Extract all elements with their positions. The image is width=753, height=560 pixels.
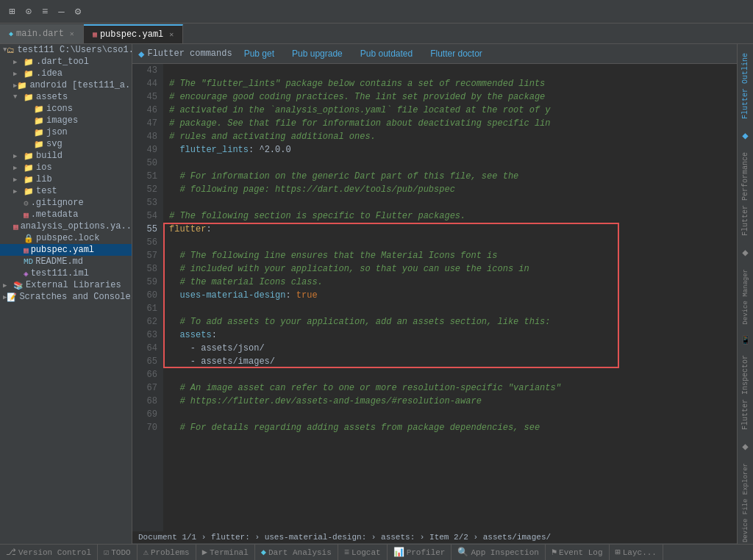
dart-analysis-item[interactable]: ◆ Dart Analysis [255,545,338,560]
folder-icon: 📁 [17,81,27,90]
sidebar-item-lib[interactable]: ▶ 📁 lib [0,173,132,185]
sidebar-item-project[interactable]: ▼ 🗂 test111 C:\Users\cso1... [0,44,132,56]
line-num-49: 49 [132,143,163,157]
problems-icon: ⚠ [143,547,149,558]
tab-pubspec-yaml-close[interactable]: ✕ [169,30,174,39]
line-num-70: 70 [132,421,163,434]
flutter-performance-tab[interactable]: Flutter Performance [740,146,751,242]
flutter-inspector-icon: ◆ [739,437,751,456]
terminal-icon: ▶ [202,547,207,558]
line-num-57: 57 [132,249,163,262]
sidebar-item-android[interactable]: ▶ 📁 android [test111_a... [0,79,132,91]
folder-label: svg [46,139,63,149]
sidebar-item-dart-tool[interactable]: ▶ 📁 .dart_tool [0,56,132,68]
sidebar: ▼ 🗂 test111 C:\Users\cso1... ▶ 📁 .dart_t… [0,44,132,544]
toolbar-icon-list[interactable]: ≡ [39,4,51,19]
tab-main-dart[interactable]: ◆ main.dart ✕ [0,24,84,43]
sidebar-item-svg[interactable]: 📁 svg [0,138,132,150]
code-line-66 [169,368,737,381]
layout-item[interactable]: ⊞ Layc... [610,545,663,560]
layout-label: Layc... [623,548,657,557]
code-line-65: - assets/images/ [169,355,737,368]
event-log-item[interactable]: ⚑ Event Log [546,545,610,560]
yaml-icon: ▦ [24,210,29,220]
status-bar: ⎇ Version Control ☑ TODO ⚠ Problems ▶ Te… [0,544,753,560]
folder-label: json [46,127,68,137]
device-manager-tab[interactable]: Device Manager [740,263,751,331]
toolbar-icon-home[interactable]: ⊞ [6,4,18,19]
flutter-icon: ◆ [138,48,144,60]
line-num-68: 68 [132,395,163,408]
flutter-inspector-tab[interactable]: Flutter Inspector [740,349,751,436]
code-line-61 [169,302,737,315]
line-num-51: 51 [132,170,163,183]
pub-get-button[interactable]: Pub get [238,47,280,60]
sidebar-item-json[interactable]: 📁 json [0,126,132,138]
code-line-45: # encourage good coding practices. The l… [169,90,737,104]
tab-pubspec-yaml-label: pubspec.yaml [100,29,163,40]
breadcrumb: Document 1/1 › flutter: › uses-material-… [132,531,737,544]
file-label: .gitignore [31,198,84,208]
toolbar-icon-nav[interactable]: ⊙ [22,4,34,19]
sidebar-item-analysis[interactable]: ▦ analysis_options.ya... [0,220,132,232]
sidebar-item-readme[interactable]: MD README.md [0,256,132,268]
sidebar-item-scratches[interactable]: ▶ 📝 Scratches and Consoles [0,291,132,303]
line-num-53: 53 [132,196,163,209]
sidebar-item-build[interactable]: ▶ 📁 build [0,150,132,162]
logcat-icon: ≡ [344,548,349,558]
flutter-doctor-button[interactable]: Flutter doctor [424,47,488,60]
sidebar-item-iml[interactable]: ◈ test111.iml [0,268,132,279]
folder-icon: 📁 [24,175,34,184]
code-line-48: # rules and activating additional ones. [169,130,737,143]
sidebar-item-icons[interactable]: 📁 icons [0,103,132,115]
sidebar-item-pubspec-yaml[interactable]: ▦ pubspec.yaml [0,244,132,256]
code-line-60: uses-material-design: true [169,289,737,302]
device-file-explorer-tab[interactable]: Device File Explorer [740,457,751,544]
line-num-43: 43 [132,64,163,77]
code-container: 43 44 45 46 47 48 49 50 51 52 53 54 55 5… [132,64,737,531]
toolbar-icon-settings[interactable]: ⚙ [72,4,84,19]
sidebar-item-assets[interactable]: ▼ 📁 assets [0,91,132,103]
expand-arrow: ▶ [13,164,24,172]
sidebar-item-gitignore[interactable]: ⚙ .gitignore [0,197,132,209]
sidebar-item-ios[interactable]: ▶ 📁 ios [0,162,132,173]
sidebar-item-images[interactable]: 📁 images [0,115,132,126]
line-num-52: 52 [132,183,163,196]
sidebar-item-idea[interactable]: ▶ 📁 .idea [0,68,132,79]
todo-item[interactable]: ☑ TODO [98,545,138,560]
editor[interactable]: 43 44 45 46 47 48 49 50 51 52 53 54 55 5… [132,64,737,531]
file-label: pubspec.yaml [31,245,94,255]
code-line-55: flutter: [169,223,737,236]
pub-outdated-button[interactable]: Pub outdated [354,47,418,60]
tab-main-dart-close[interactable]: ✕ [70,29,74,38]
line-num-60: 60 [132,289,163,302]
line-num-62: 62 [132,315,163,329]
md-icon: MD [24,257,33,266]
code-line-44: # The "flutter_lints" package below cont… [169,77,737,90]
expand-arrow: ▶ [13,58,24,66]
expand-arrow: ▶ [13,187,24,195]
logcat-item[interactable]: ≡ Logcat [338,545,388,560]
main-layout: ▼ 🗂 test111 C:\Users\cso1... ▶ 📁 .dart_t… [0,44,753,544]
tab-pubspec-yaml[interactable]: ▦ pubspec.yaml ✕ [84,24,183,43]
flutter-outline-tab[interactable]: Flutter Outline [740,47,751,125]
line-num-55: 55 [132,223,163,236]
profiler-item[interactable]: 📊 Profiler [388,545,452,560]
folder-icon: 📁 [34,128,44,137]
right-panel: Flutter Outline ◆ Flutter Performance ◆ … [737,44,753,544]
sidebar-item-external-libs[interactable]: ▶ 📚 External Libraries [0,279,132,291]
sidebar-item-metadata[interactable]: ▦ .metadata [0,209,132,220]
problems-item[interactable]: ⚠ Problems [138,545,196,560]
file-label: pubspec.lock [36,233,99,243]
pub-upgrade-button[interactable]: Pub upgrade [286,47,349,60]
toolbar-icon-minimize[interactable]: — [55,4,67,19]
version-control-item[interactable]: ⎇ Version Control [0,545,98,560]
code-line-64: - assets/json/ [169,342,737,355]
app-inspection-item[interactable]: 🔍 App Inspection [452,545,545,560]
file-label: analysis_options.ya... [21,221,132,231]
code-lines: # The "flutter_lints" package below cont… [163,64,737,531]
sidebar-item-pubspec-lock[interactable]: 🔒 pubspec.lock [0,232,132,244]
sidebar-item-test[interactable]: ▶ 📁 test [0,185,132,197]
line-num-54: 54 [132,209,163,223]
terminal-item[interactable]: ▶ Terminal [196,545,255,560]
